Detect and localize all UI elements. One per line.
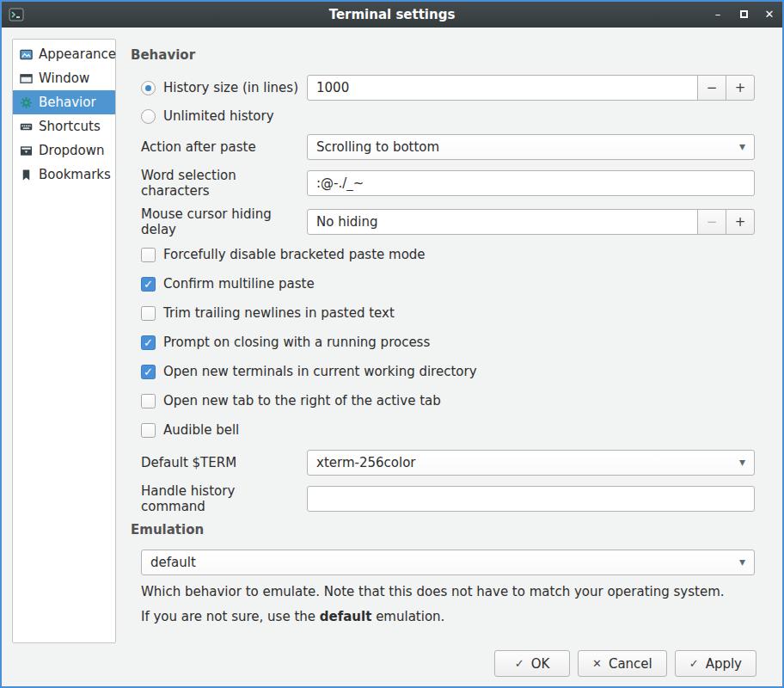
appearance-icon	[19, 47, 33, 61]
emulation-help-bold: default	[320, 609, 372, 624]
cancel-button[interactable]: ✕ Cancel	[578, 650, 667, 677]
history-size-row: History size (in lines) − +	[131, 75, 755, 101]
dialog-buttons: ✓ OK ✕ Cancel ✓ Apply	[494, 650, 756, 677]
action-after-paste-row: Action after paste Scrolling to bottom ▾	[131, 134, 755, 160]
window-icon	[19, 71, 33, 85]
open-tab-right-checkbox[interactable]	[141, 394, 156, 408]
checkbox-row: Forcefully disable bracketed paste mode	[131, 245, 755, 264]
keyboard-icon	[19, 120, 33, 133]
word-selection-row: Word selection characters	[131, 168, 755, 199]
history-size-spinbox: − +	[307, 75, 755, 101]
word-selection-input[interactable]	[307, 170, 755, 196]
checkbox-row: Audible bell	[131, 421, 755, 439]
history-size-input[interactable]	[307, 75, 698, 101]
check-icon: ✓	[689, 657, 699, 670]
behavior-icon	[19, 95, 33, 109]
history-size-radio[interactable]	[141, 81, 156, 95]
emulation-section-heading: Emulation	[131, 522, 755, 538]
terminal-app-icon	[9, 6, 26, 23]
history-size-decrement-button[interactable]: −	[697, 75, 726, 101]
sidebar-item-shortcuts[interactable]: Shortcuts	[13, 114, 115, 138]
window-title: Terminal settings	[2, 7, 782, 22]
check-icon: ✓	[515, 657, 524, 670]
chevron-down-icon: ▾	[739, 455, 745, 469]
window-controls: – ✕	[712, 9, 775, 21]
history-size-increment-button[interactable]: +	[726, 75, 755, 101]
sidebar-item-label: Shortcuts	[39, 119, 101, 134]
apply-button[interactable]: ✓ Apply	[675, 650, 756, 677]
unlimited-history-row: Unlimited history	[131, 108, 755, 124]
mouse-cursor-delay-row: Mouse cursor hiding delay − +	[131, 206, 755, 237]
checkbox-label: Audible bell	[163, 422, 239, 438]
confirm-multiline-paste-checkbox[interactable]	[141, 277, 156, 292]
checkbox-label: Trim trailing newlines in pasted text	[163, 305, 395, 321]
mouse-cursor-delay-input[interactable]	[307, 209, 698, 235]
checkbox-row: Open new tab to the right of the active …	[131, 391, 755, 410]
checkbox-row: Trim trailing newlines in pasted text	[131, 304, 755, 322]
emulation-help-line1: Which behavior to emulate. Note that thi…	[131, 583, 755, 601]
titlebar[interactable]: Terminal settings – ✕	[2, 2, 782, 28]
terminal-settings-window: Terminal settings – ✕ Appearance	[0, 0, 784, 688]
cross-icon: ✕	[592, 657, 602, 670]
mouse-cursor-delay-decrement-button[interactable]: −	[697, 209, 726, 235]
bookmark-icon	[19, 168, 33, 181]
emulation-help-line2: If you are not sure, use the default emu…	[131, 608, 755, 626]
default-term-value: xterm-256color	[316, 455, 415, 470]
dropdown-terminal-icon	[19, 144, 33, 157]
chevron-down-icon: ▾	[739, 555, 745, 568]
behavior-settings-panel: Behavior History size (in lines) − + Unl…	[131, 39, 755, 633]
ok-button[interactable]: ✓ OK	[494, 650, 570, 677]
checkbox-row: Open new terminals in current working di…	[131, 362, 755, 381]
trim-trailing-newlines-checkbox[interactable]	[141, 306, 156, 321]
handle-history-label: Handle history command	[141, 483, 300, 514]
checkbox-row: Prompt on closing with a running process	[131, 333, 755, 352]
checkbox-label: Forcefully disable bracketed paste mode	[163, 247, 426, 262]
sidebar-item-label: Window	[39, 71, 89, 86]
sidebar-item-behavior[interactable]: Behavior	[13, 90, 115, 114]
checkbox-label: Open new tab to the right of the active …	[163, 393, 441, 408]
settings-category-list: Appearance Window	[12, 39, 116, 643]
unlimited-history-radio[interactable]	[141, 109, 156, 124]
behavior-section-heading: Behavior	[131, 47, 755, 63]
bracketed-paste-checkbox[interactable]	[141, 248, 156, 262]
history-size-label: History size (in lines)	[163, 80, 298, 95]
default-term-dropdown[interactable]: xterm-256color ▾	[307, 450, 755, 476]
audible-bell-checkbox[interactable]	[141, 423, 156, 438]
sidebar-item-dropdown[interactable]: Dropdown	[13, 138, 115, 163]
default-term-label: Default $TERM	[141, 455, 236, 470]
sidebar-item-appearance[interactable]: Appearance	[13, 42, 115, 66]
word-selection-label: Word selection characters	[141, 168, 300, 199]
unlimited-history-label: Unlimited history	[163, 108, 274, 124]
emulation-dropdown[interactable]: default ▾	[141, 550, 755, 575]
sidebar-item-bookmarks[interactable]: Bookmarks	[13, 163, 115, 187]
sidebar-item-window[interactable]: Window	[13, 66, 115, 90]
handle-history-row: Handle history command	[131, 483, 755, 514]
chevron-down-icon: ▾	[739, 139, 745, 153]
minimize-icon[interactable]: –	[712, 9, 724, 21]
emulation-value: default	[150, 555, 196, 570]
mouse-cursor-delay-label: Mouse cursor hiding delay	[141, 206, 300, 237]
sidebar-item-label: Bookmarks	[39, 167, 111, 182]
behavior-checkbox-group: Forcefully disable bracketed paste mode …	[131, 245, 755, 439]
checkbox-label: Confirm multiline paste	[163, 276, 315, 292]
prompt-on-closing-checkbox[interactable]	[141, 335, 156, 350]
sidebar-item-label: Behavior	[39, 95, 96, 110]
mouse-cursor-delay-increment-button[interactable]: +	[726, 209, 755, 235]
action-after-paste-value: Scrolling to bottom	[316, 139, 439, 155]
checkbox-row: Confirm multiline paste	[131, 274, 755, 293]
action-after-paste-dropdown[interactable]: Scrolling to bottom ▾	[307, 134, 755, 160]
restore-icon[interactable]	[738, 9, 750, 21]
checkbox-label: Prompt on closing with a running process	[163, 335, 430, 350]
action-after-paste-label: Action after paste	[141, 139, 256, 155]
sidebar-item-label: Appearance	[39, 46, 116, 62]
close-icon[interactable]: ✕	[763, 9, 775, 21]
checkbox-label: Open new terminals in current working di…	[163, 364, 477, 379]
open-in-cwd-checkbox[interactable]	[141, 365, 156, 379]
emulation-row: default ▾	[131, 550, 755, 575]
mouse-cursor-delay-spinbox: − +	[307, 209, 755, 235]
sidebar-item-label: Dropdown	[39, 143, 105, 158]
handle-history-input[interactable]	[307, 486, 755, 512]
default-term-row: Default $TERM xterm-256color ▾	[131, 450, 755, 476]
